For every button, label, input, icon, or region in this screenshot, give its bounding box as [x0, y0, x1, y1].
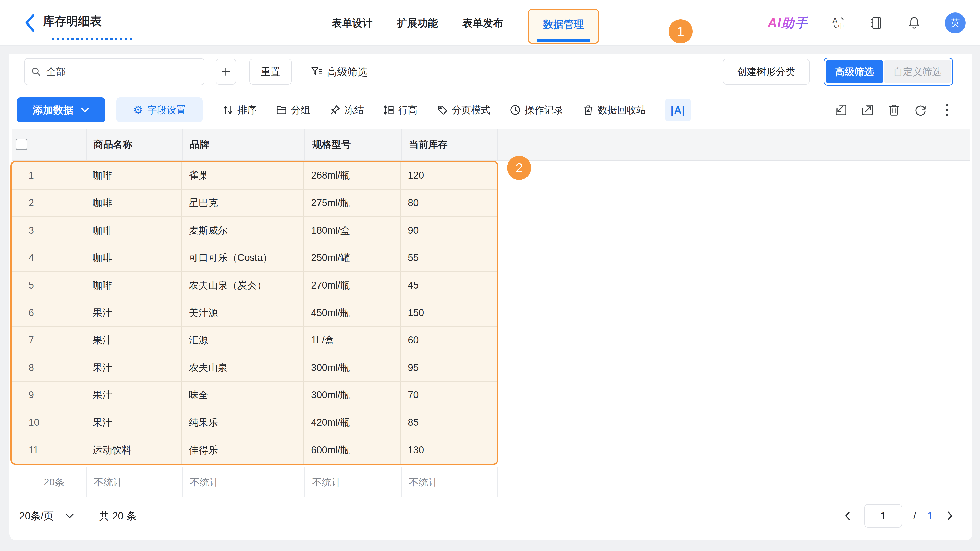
cell-spec[interactable]: 450ml/瓶: [304, 299, 401, 326]
add-data-button[interactable]: 添加数据: [17, 97, 105, 122]
table-row[interactable]: 5 咖啡 农夫山泉（炭仌） 270ml/瓶 45: [12, 272, 497, 300]
cell-product-name[interactable]: 咖啡: [86, 217, 182, 244]
create-tree-category-button[interactable]: 创建树形分类: [723, 59, 810, 85]
cell-spec[interactable]: 600ml/瓶: [304, 437, 401, 464]
column-header-brand[interactable]: 品牌: [183, 129, 305, 160]
recycle-bin-button[interactable]: 数据回收站: [582, 103, 646, 117]
cell-brand[interactable]: 佳得乐: [182, 437, 304, 464]
table-row[interactable]: 8 果汁 农夫山泉 300ml/瓶 95: [12, 354, 497, 382]
operation-log-button[interactable]: 操作记录: [509, 103, 563, 117]
cell-stock[interactable]: 130: [401, 437, 497, 464]
cell-brand[interactable]: 味全: [182, 382, 304, 409]
tab-form-publish[interactable]: 表单发布: [463, 16, 503, 30]
cell-product-name[interactable]: 咖啡: [86, 245, 182, 272]
cell-stock[interactable]: 95: [401, 354, 497, 381]
cell-product-name[interactable]: 果汁: [86, 327, 182, 354]
cell-spec[interactable]: 300ml/瓶: [304, 382, 401, 409]
ai-assistant-button[interactable]: AI助手: [768, 14, 808, 32]
segment-advanced-filter[interactable]: 高级筛选: [826, 60, 883, 83]
summary-brand[interactable]: 不统计: [183, 467, 305, 497]
cell-stock[interactable]: 60: [401, 327, 497, 354]
cell-spec[interactable]: 275ml/瓶: [304, 189, 401, 217]
cell-product-name[interactable]: 咖啡: [86, 189, 182, 217]
cell-brand[interactable]: 星巴克: [182, 189, 304, 217]
cell-stock[interactable]: 45: [401, 272, 497, 299]
translate-icon[interactable]: A 中: [832, 16, 846, 30]
next-page-button[interactable]: [944, 510, 956, 521]
cell-product-name[interactable]: 运动饮料: [86, 437, 182, 464]
column-header-stock[interactable]: 当前库存: [402, 129, 498, 160]
notebook-icon[interactable]: [869, 16, 883, 30]
table-row[interactable]: 9 果汁 味全 300ml/瓶 70: [12, 382, 497, 409]
search-input[interactable]: [46, 66, 198, 77]
cell-stock[interactable]: 70: [401, 382, 497, 409]
cell-spec[interactable]: 1L/盒: [304, 327, 401, 354]
search-box[interactable]: [24, 58, 204, 85]
cell-brand[interactable]: 纯果乐: [182, 409, 304, 436]
table-row[interactable]: 7 果汁 汇源 1L/盒 60: [12, 327, 497, 354]
page-size-select[interactable]: 20条/页: [19, 509, 74, 523]
cell-spec[interactable]: 420ml/瓶: [304, 409, 401, 436]
summary-stock[interactable]: 不统计: [402, 467, 498, 497]
bell-icon[interactable]: [907, 16, 921, 30]
cell-product-name[interactable]: 果汁: [86, 409, 182, 436]
cell-brand[interactable]: 可口可乐（Costa）: [182, 245, 304, 272]
cell-spec[interactable]: 250ml/罐: [304, 245, 401, 272]
cell-stock[interactable]: 85: [401, 409, 497, 436]
table-row[interactable]: 11 运动饮料 佳得乐 600ml/瓶 130: [12, 437, 497, 464]
table-row[interactable]: 1 咖啡 雀巢 268ml/瓶 120: [12, 162, 497, 189]
cell-stock[interactable]: 120: [401, 162, 497, 189]
cell-product-name[interactable]: 果汁: [86, 382, 182, 409]
ai-field-button[interactable]: |A|: [665, 99, 691, 121]
cell-product-name[interactable]: 咖啡: [86, 162, 182, 189]
cell-stock[interactable]: 80: [401, 189, 497, 217]
cell-brand[interactable]: 雀巢: [182, 162, 304, 189]
reset-button[interactable]: 重置: [249, 59, 292, 85]
cell-product-name[interactable]: 果汁: [86, 354, 182, 381]
summary-spec[interactable]: 不统计: [305, 467, 402, 497]
cell-product-name[interactable]: 咖啡: [86, 272, 182, 299]
more-options-button[interactable]: [940, 103, 954, 117]
refresh-button[interactable]: [914, 103, 928, 117]
column-header-product-name[interactable]: 商品名称: [86, 129, 183, 160]
segment-custom-filter[interactable]: 自定义筛选: [884, 60, 951, 83]
cell-brand[interactable]: 汇源: [182, 327, 304, 354]
import-button[interactable]: [834, 103, 848, 117]
pagination-mode-button[interactable]: 分页模式: [436, 103, 490, 117]
user-avatar[interactable]: 英: [945, 13, 966, 33]
cell-brand[interactable]: 农夫山泉: [182, 354, 304, 381]
table-row[interactable]: 10 果汁 纯果乐 420ml/瓶 85: [12, 409, 497, 437]
table-row[interactable]: 3 咖啡 麦斯威尔 180ml/盒 90: [12, 217, 497, 245]
tab-extensions[interactable]: 扩展功能: [397, 16, 438, 30]
cell-spec[interactable]: 268ml/瓶: [304, 162, 401, 189]
table-row[interactable]: 4 咖啡 可口可乐（Costa） 250ml/罐 55: [12, 245, 497, 272]
summary-product-name[interactable]: 不统计: [86, 467, 183, 497]
table-row[interactable]: 6 果汁 美汁源 450ml/瓶 150: [12, 299, 497, 327]
table-row[interactable]: 2 咖啡 星巴克 275ml/瓶 80: [12, 189, 497, 217]
cell-stock[interactable]: 90: [401, 217, 497, 244]
cell-product-name[interactable]: 果汁: [86, 299, 182, 326]
cell-brand[interactable]: 美汁源: [182, 299, 304, 326]
column-header-spec[interactable]: 规格型号: [305, 129, 402, 160]
add-filter-button[interactable]: [216, 59, 236, 85]
cell-spec[interactable]: 270ml/瓶: [304, 272, 401, 299]
sort-button[interactable]: 排序: [222, 103, 257, 117]
export-button[interactable]: [861, 103, 874, 117]
current-page-input[interactable]: 1: [864, 504, 902, 527]
field-settings-button[interactable]: ⚙ 字段设置: [116, 97, 203, 122]
prev-page-button[interactable]: [842, 510, 853, 521]
advanced-filter-link[interactable]: 高级筛选: [310, 59, 368, 85]
delete-button[interactable]: [887, 103, 901, 117]
tab-form-design[interactable]: 表单设计: [332, 16, 372, 30]
cell-brand[interactable]: 农夫山泉（炭仌）: [182, 272, 304, 299]
freeze-button[interactable]: 冻结: [329, 103, 364, 117]
cell-stock[interactable]: 55: [401, 245, 497, 272]
row-height-button[interactable]: 行高: [383, 103, 417, 117]
back-button[interactable]: [22, 13, 38, 33]
cell-spec[interactable]: 180ml/盒: [304, 217, 401, 244]
group-button[interactable]: 分组: [275, 103, 310, 117]
cell-brand[interactable]: 麦斯威尔: [182, 217, 304, 244]
cell-spec[interactable]: 300ml/瓶: [304, 354, 401, 381]
tab-data-management[interactable]: 数据管理: [528, 9, 599, 44]
select-all-checkbox[interactable]: [16, 138, 27, 150]
